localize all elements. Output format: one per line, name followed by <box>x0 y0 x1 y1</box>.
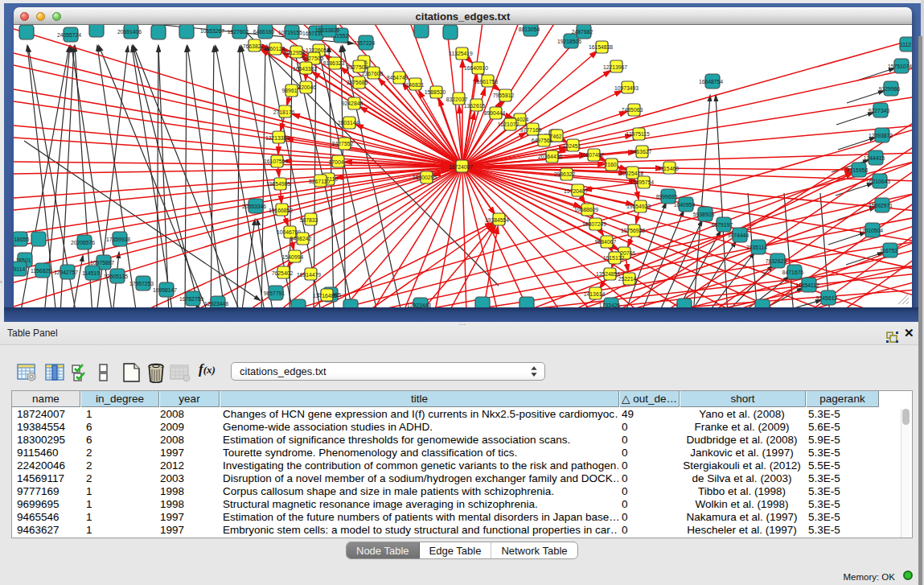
svg-text:10973493: 10973493 <box>614 85 639 91</box>
svg-text:1615132: 1615132 <box>603 255 625 261</box>
svg-text:15720407: 15720407 <box>564 188 588 194</box>
svg-text:5938928: 5938928 <box>693 212 715 217</box>
svg-text:2986322: 2986322 <box>554 171 576 177</box>
svg-text:2718176: 2718176 <box>273 109 295 115</box>
svg-text:8960124: 8960124 <box>264 46 285 51</box>
svg-text:9327508: 9327508 <box>347 64 368 70</box>
svg-text:1640954: 1640954 <box>674 202 696 208</box>
svg-text:10653267: 10653267 <box>200 28 224 34</box>
svg-text:7955812: 7955812 <box>493 93 515 98</box>
svg-text:13524851: 13524851 <box>596 271 620 277</box>
svg-text:7462: 7462 <box>549 134 561 139</box>
svg-text:10025418: 10025418 <box>619 171 643 176</box>
svg-text:20206576: 20206576 <box>71 240 95 245</box>
svg-text:587833: 587833 <box>300 217 318 223</box>
svg-text:1112: 1112 <box>900 42 911 47</box>
svg-text:9329966: 9329966 <box>879 86 901 92</box>
svg-text:16961758: 16961758 <box>474 79 498 84</box>
svg-text:16914479: 16914479 <box>297 272 321 278</box>
svg-text:3875685: 3875685 <box>347 80 368 85</box>
svg-text:11325419: 11325419 <box>449 51 473 56</box>
svg-text:20691406: 20691406 <box>117 29 142 35</box>
svg-text:12093872: 12093872 <box>869 133 893 138</box>
svg-text:7957224: 7957224 <box>354 40 376 46</box>
svg-text:6466160: 6466160 <box>253 29 275 35</box>
svg-text:98961: 98961 <box>282 88 298 93</box>
svg-text:2935114: 2935114 <box>746 245 767 250</box>
svg-text:18724007: 18724007 <box>449 164 473 170</box>
svg-text:1413614: 1413614 <box>584 291 606 297</box>
svg-text:2160: 2160 <box>604 162 616 167</box>
svg-text:9146821: 9146821 <box>403 82 425 88</box>
svg-text:16154838: 16154838 <box>589 44 613 50</box>
svg-text:9657791: 9657791 <box>264 290 285 296</box>
svg-text:16033809: 16033809 <box>315 27 339 33</box>
svg-text:9474444: 9474444 <box>728 233 749 238</box>
svg-text:10719155: 10719155 <box>278 30 302 35</box>
svg-text:16210643: 16210643 <box>866 179 890 184</box>
svg-text:7663822: 7663822 <box>243 43 265 49</box>
svg-text:1540994: 1540994 <box>282 254 304 260</box>
svg-text:12213389: 12213389 <box>265 135 290 141</box>
svg-text:114519: 114519 <box>82 270 100 276</box>
svg-text:19756928: 19756928 <box>621 228 645 233</box>
svg-text:10958147: 10958147 <box>153 287 177 293</box>
svg-text:39114: 39114 <box>14 266 25 272</box>
svg-text:1527602: 1527602 <box>228 29 249 35</box>
svg-text:9463627: 9463627 <box>630 149 652 154</box>
svg-text:19654923: 19654923 <box>626 204 651 209</box>
svg-text:12942757: 12942757 <box>54 270 78 275</box>
svg-text:102451: 102451 <box>563 143 581 149</box>
svg-text:24055724: 24055724 <box>57 32 81 38</box>
svg-text:8471676: 8471676 <box>782 270 804 275</box>
svg-text:9115460: 9115460 <box>658 166 679 171</box>
svg-text:10654112: 10654112 <box>795 282 819 288</box>
svg-text:17359938: 17359938 <box>106 237 130 242</box>
svg-text:19166852: 19166852 <box>269 208 293 213</box>
svg-text:1362615: 1362615 <box>464 103 486 109</box>
svg-text:8454749: 8454749 <box>387 75 409 80</box>
svg-text:20553346: 20553346 <box>242 204 266 209</box>
svg-text:13716485: 13716485 <box>313 293 337 299</box>
svg-text:10807487: 10807487 <box>580 152 604 158</box>
svg-text:18807249: 18807249 <box>582 221 606 227</box>
svg-text:8999695: 8999695 <box>656 194 678 200</box>
svg-text:1621072: 1621072 <box>498 122 519 127</box>
svg-text:116753: 116753 <box>880 248 897 253</box>
svg-text:8813054: 8813054 <box>519 27 540 32</box>
svg-text:6379197: 6379197 <box>712 222 733 228</box>
svg-text:8186323: 8186323 <box>323 60 345 66</box>
svg-text:8912954: 8912954 <box>284 50 306 56</box>
svg-text:8215958: 8215958 <box>847 167 869 173</box>
svg-text:7632621: 7632621 <box>766 258 787 264</box>
svg-text:7485063: 7485063 <box>622 107 643 113</box>
svg-text:1244415: 1244415 <box>864 155 885 161</box>
svg-text:10688609: 10688609 <box>574 207 598 212</box>
svg-text:8322037: 8322037 <box>446 97 468 102</box>
svg-text:19654985: 19654985 <box>266 181 290 187</box>
svg-text:8267110: 8267110 <box>309 179 330 184</box>
svg-text:17004: 17004 <box>329 159 344 165</box>
svg-text:9498242: 9498242 <box>290 236 312 241</box>
svg-text:1588520: 1588520 <box>425 89 446 95</box>
svg-text:2487682: 2487682 <box>572 29 593 35</box>
svg-text:20364436: 20364436 <box>538 154 562 159</box>
svg-text:18300295: 18300295 <box>413 175 437 180</box>
svg-text:16543382: 16543382 <box>293 66 317 72</box>
svg-text:15692971: 15692971 <box>869 203 893 208</box>
svg-text:9245612: 9245612 <box>816 295 838 301</box>
svg-text:15751074: 15751074 <box>888 64 912 69</box>
svg-text:1156829: 1156829 <box>31 268 51 274</box>
svg-text:19384554: 19384554 <box>485 217 509 223</box>
svg-text:19218506: 19218506 <box>557 39 581 44</box>
svg-text:2618655: 2618655 <box>14 237 29 242</box>
svg-text:2803144: 2803144 <box>338 120 359 126</box>
svg-text:252214: 252214 <box>618 276 637 282</box>
svg-text:12505135: 12505135 <box>104 274 128 279</box>
svg-text:8427552: 8427552 <box>332 141 354 146</box>
svg-text:12923448: 12923448 <box>204 301 228 307</box>
svg-text:16782759: 16782759 <box>179 296 203 302</box>
svg-text:12975115: 12975115 <box>626 131 650 137</box>
svg-text:8990444: 8990444 <box>484 110 506 116</box>
svg-text:9777169: 9777169 <box>520 127 542 133</box>
